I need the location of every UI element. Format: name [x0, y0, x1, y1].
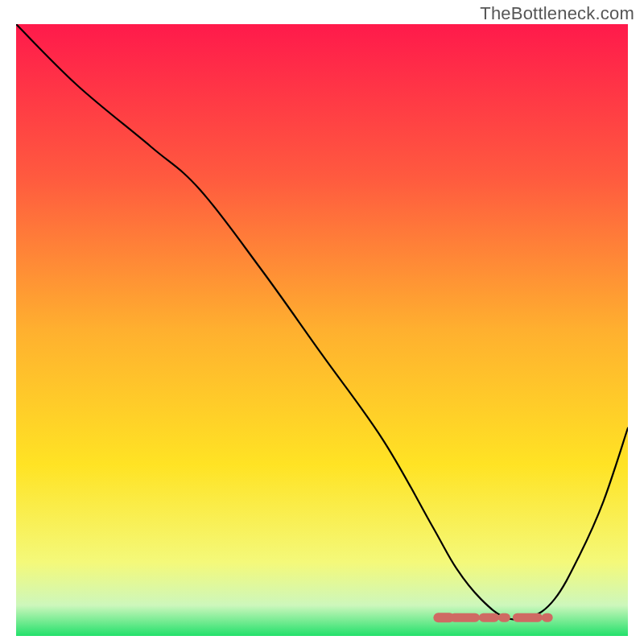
- chart-svg: [16, 24, 628, 636]
- background-gradient-rect: [16, 24, 628, 636]
- chart-plot-area: [16, 24, 628, 636]
- watermark-text: TheBottleneck.com: [480, 3, 634, 24]
